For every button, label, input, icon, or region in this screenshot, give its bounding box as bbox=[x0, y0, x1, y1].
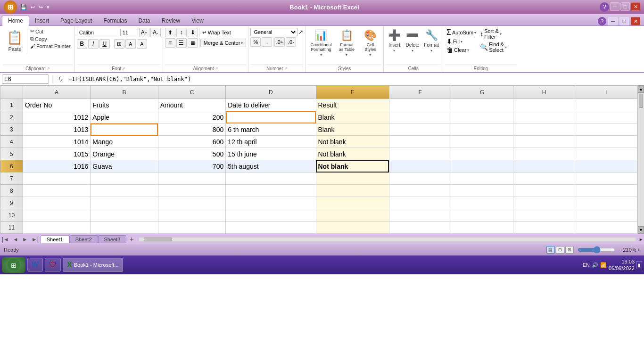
cell-D8[interactable] bbox=[226, 185, 316, 197]
taskbar-word[interactable]: W bbox=[27, 258, 43, 272]
cell-D10[interactable] bbox=[226, 209, 316, 222]
cell-D4[interactable]: 12 th april bbox=[226, 136, 316, 148]
percent-btn[interactable]: % bbox=[250, 37, 261, 47]
cell-F8[interactable] bbox=[389, 185, 451, 197]
align-top-center-btn[interactable]: ↕ bbox=[176, 28, 187, 37]
cell-G7[interactable] bbox=[451, 173, 513, 185]
bold-button[interactable]: B bbox=[77, 39, 87, 49]
h-scroll-right[interactable]: ► bbox=[638, 237, 644, 242]
cell-C11[interactable] bbox=[158, 222, 225, 234]
cell-E6[interactable]: Not blank bbox=[316, 160, 389, 173]
cell-F5[interactable] bbox=[389, 148, 451, 160]
cell-E2[interactable]: Blank bbox=[316, 111, 389, 123]
cell-C9[interactable] bbox=[158, 197, 225, 209]
sheet-nav-next[interactable]: ► bbox=[20, 235, 30, 244]
qat-dropdown[interactable]: ▾ bbox=[45, 4, 51, 11]
cell-G9[interactable] bbox=[451, 197, 513, 209]
cell-I1[interactable] bbox=[575, 99, 637, 111]
row-header-2[interactable]: 2 bbox=[0, 111, 23, 123]
decrease-decimal-btn[interactable]: .0- bbox=[286, 37, 296, 47]
cell-D11[interactable] bbox=[226, 222, 316, 234]
cell-I4[interactable] bbox=[575, 136, 637, 148]
cell-I10[interactable] bbox=[575, 209, 637, 222]
cell-H4[interactable] bbox=[513, 136, 575, 148]
scroll-up-btn[interactable]: ▲ bbox=[638, 85, 644, 93]
cell-G5[interactable] bbox=[451, 148, 513, 160]
tab-formulas[interactable]: Formulas bbox=[98, 16, 132, 25]
merge-center-button[interactable]: Merge & Center ▾ bbox=[200, 39, 247, 47]
cell-I3[interactable] bbox=[575, 123, 637, 136]
cell-C3[interactable]: 800 bbox=[158, 123, 225, 136]
cell-D6[interactable]: 5th august bbox=[226, 160, 316, 173]
network-icon[interactable]: 📶 bbox=[600, 262, 607, 268]
increase-font-size-btn[interactable]: A+ bbox=[139, 28, 149, 37]
col-header-B[interactable]: B bbox=[91, 86, 158, 99]
cell-C2[interactable]: 200 bbox=[158, 111, 225, 123]
cell-C8[interactable] bbox=[158, 185, 225, 197]
cell-styles-button[interactable]: 🎨 CellStyles ▾ bbox=[359, 28, 381, 58]
cell-B4[interactable]: Mango bbox=[91, 136, 158, 148]
undo-btn[interactable]: ↩ bbox=[29, 4, 36, 11]
alignment-expand-icon[interactable]: ↗ bbox=[215, 66, 218, 71]
sheet-tab-1[interactable]: Sheet1 bbox=[41, 235, 69, 243]
number-format-select[interactable]: General Number Currency Date Text bbox=[250, 28, 297, 36]
clipboard-expand-icon[interactable]: ↗ bbox=[47, 66, 50, 71]
cell-H8[interactable] bbox=[513, 185, 575, 197]
format-painter-button[interactable]: 🖌 Format Painter bbox=[28, 43, 73, 49]
cell-H10[interactable] bbox=[513, 209, 575, 222]
function-icon[interactable]: fx bbox=[57, 75, 65, 82]
col-header-A[interactable]: A bbox=[23, 86, 90, 99]
cell-B9[interactable] bbox=[91, 197, 158, 209]
row-header-9[interactable]: 9 bbox=[0, 197, 23, 209]
cell-E7[interactable] bbox=[316, 173, 389, 185]
tab-review[interactable]: Review bbox=[156, 16, 186, 25]
cell-H11[interactable] bbox=[513, 222, 575, 234]
cell-C1[interactable]: Amount bbox=[158, 99, 225, 111]
cell-C10[interactable] bbox=[158, 209, 225, 222]
align-top-left-btn[interactable]: ⬆ bbox=[165, 28, 175, 37]
page-break-btn[interactable]: ⊞ bbox=[565, 246, 574, 254]
cell-A7[interactable] bbox=[23, 173, 90, 185]
row-header-3[interactable]: 3 bbox=[0, 123, 23, 136]
cell-I9[interactable] bbox=[575, 197, 637, 209]
cell-E9[interactable] bbox=[316, 197, 389, 209]
find-select-button[interactable]: 🔍 Find &Select ▾ bbox=[479, 41, 508, 53]
cell-F1[interactable] bbox=[389, 99, 451, 111]
cell-F7[interactable] bbox=[389, 173, 451, 185]
cell-G11[interactable] bbox=[451, 222, 513, 234]
sheet-nav-prev[interactable]: ◄ bbox=[11, 235, 20, 244]
border-button[interactable]: ⊞ bbox=[114, 39, 124, 49]
add-sheet-btn[interactable]: + bbox=[126, 235, 136, 244]
cell-D1[interactable]: Date to deliver bbox=[226, 99, 316, 111]
cell-G10[interactable] bbox=[451, 209, 513, 222]
align-left-btn[interactable]: ≡ bbox=[165, 38, 175, 48]
h-scroll-thumb[interactable] bbox=[144, 238, 172, 241]
cell-F9[interactable] bbox=[389, 197, 451, 209]
cell-A11[interactable] bbox=[23, 222, 90, 234]
scroll-thumb[interactable] bbox=[639, 94, 643, 108]
redo-btn[interactable]: ↪ bbox=[37, 4, 44, 11]
cell-E8[interactable] bbox=[316, 185, 389, 197]
cell-F10[interactable] bbox=[389, 209, 451, 222]
sheet-nav-last[interactable]: ►| bbox=[30, 235, 41, 244]
office-button[interactable]: ⊞ bbox=[4, 0, 17, 14]
cell-B5[interactable]: Orange bbox=[91, 148, 158, 160]
row-header-4[interactable]: 4 bbox=[0, 136, 23, 148]
cell-I7[interactable] bbox=[575, 173, 637, 185]
zoom-slider[interactable] bbox=[578, 247, 615, 253]
cell-A6[interactable]: 1016 bbox=[23, 160, 90, 173]
delete-button[interactable]: ➖ Delete ▾ bbox=[404, 28, 421, 54]
comma-btn[interactable]: , bbox=[262, 37, 272, 47]
col-header-D[interactable]: D bbox=[226, 86, 316, 99]
paste-button[interactable]: 📋 Paste bbox=[3, 28, 27, 54]
col-header-F[interactable]: F bbox=[389, 86, 451, 99]
grid-container[interactable]: A B C D E F G H I 1 Order No bbox=[0, 85, 637, 234]
cell-I6[interactable] bbox=[575, 160, 637, 173]
col-header-E[interactable]: E bbox=[316, 86, 389, 99]
cell-D2[interactable] bbox=[226, 111, 316, 123]
help-ribbon-icon[interactable]: ? bbox=[598, 17, 606, 25]
save-btn[interactable]: 💾 bbox=[19, 4, 28, 11]
cell-D3[interactable]: 6 th march bbox=[226, 123, 316, 136]
show-desktop-btn[interactable]: ▮ bbox=[636, 261, 642, 269]
row-header-11[interactable]: 11 bbox=[0, 222, 23, 234]
